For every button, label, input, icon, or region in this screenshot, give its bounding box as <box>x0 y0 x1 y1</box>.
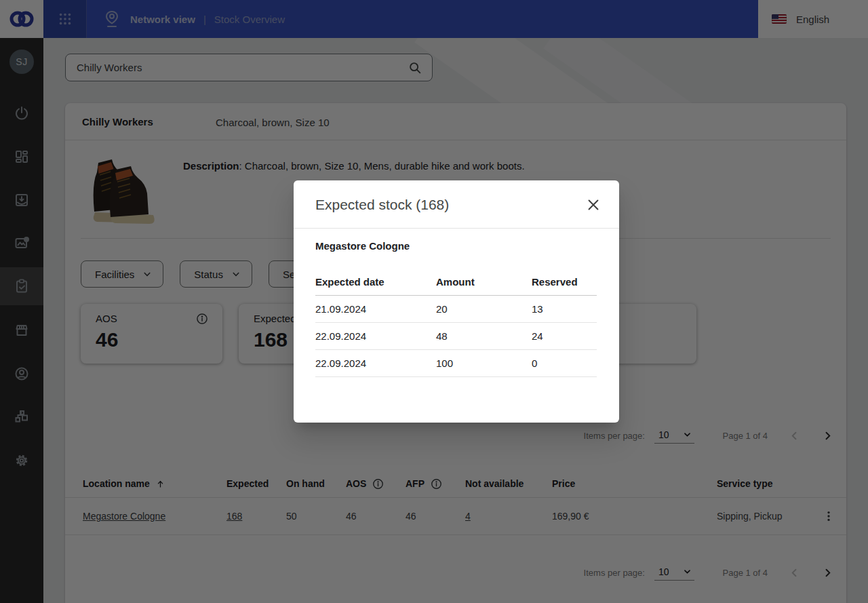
close-button[interactable] <box>585 197 601 213</box>
modal-title: Expected stock (168) <box>315 197 449 213</box>
header-reserved: Reserved <box>532 269 578 295</box>
amount: 48 <box>436 323 448 349</box>
modal-header: Expected stock (168) <box>294 180 619 229</box>
modal-store-name: Megastore Cologne <box>315 240 410 252</box>
header-amount: Amount <box>436 269 475 295</box>
expected-date: 22.09.2024 <box>315 323 366 349</box>
modal-table-row: 22.09.2024 100 0 <box>315 350 597 377</box>
modal-table-row: 21.09.2024 20 13 <box>315 296 597 323</box>
expected-date: 21.09.2024 <box>315 296 366 322</box>
reserved: 24 <box>532 323 543 349</box>
modal-table-header: Expected date Amount Reserved <box>315 269 597 296</box>
amount: 100 <box>436 350 453 376</box>
expected-stock-modal: Expected stock (168) Megastore Cologne E… <box>294 180 619 423</box>
reserved: 0 <box>532 350 537 376</box>
reserved: 13 <box>532 296 543 322</box>
header-expected-date: Expected date <box>315 269 384 295</box>
modal-table-row: 22.09.2024 48 24 <box>315 323 597 350</box>
close-icon <box>586 197 601 212</box>
expected-date: 22.09.2024 <box>315 350 366 376</box>
expected-stock-table: Expected date Amount Reserved 21.09.2024… <box>315 269 597 377</box>
amount: 20 <box>436 296 448 322</box>
